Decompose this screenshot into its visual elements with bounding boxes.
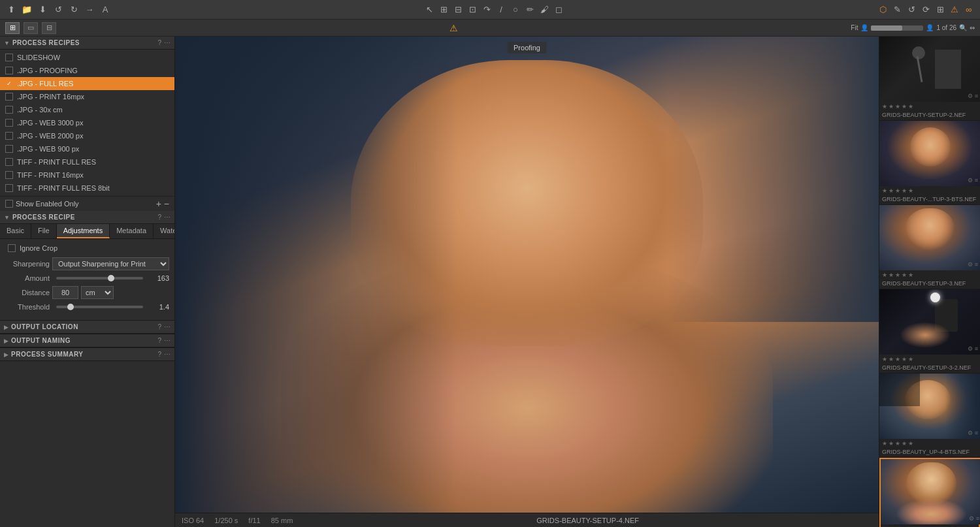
split-view-button[interactable]: ⊟ — [42, 22, 56, 34]
process-summary-header[interactable]: ▶ PROCESS SUMMARY ? ⋯ — [0, 348, 174, 361]
rotate-left-icon[interactable]: ↺ — [52, 4, 64, 16]
ignore-crop-checkbox[interactable] — [8, 244, 16, 252]
more-options4-icon[interactable]: ⋯ — [164, 337, 171, 344]
brush-tool-icon[interactable]: 🖌 — [538, 4, 550, 16]
process-recipe-section-header[interactable]: ▼ PROCESS RECIPE ? ⋯ — [0, 211, 174, 224]
focal-length-value: 85 mm — [271, 517, 293, 524]
help2-icon[interactable]: ? — [157, 214, 161, 221]
folder-open-icon[interactable]: 📁 — [21, 4, 33, 16]
edit-icon[interactable]: ✎ — [891, 4, 903, 16]
help3-icon[interactable]: ? — [157, 323, 161, 330]
grid-view-button[interactable]: ⊞ — [5, 22, 20, 34]
rotate-tool-icon[interactable]: ↺ — [906, 4, 917, 16]
recipe-checkbox-tiff-print-full-res[interactable] — [5, 158, 13, 166]
thumbnail-item[interactable]: ⚙ ≡ ★ ★ ★ ★ ★ GRIDS-BEAUTY-SETUP-3.NEF — [879, 205, 980, 289]
thumb2-info-icon: ≡ — [975, 177, 978, 184]
tab-metadata[interactable]: Metadata — [110, 224, 154, 238]
list-item[interactable]: .JPG - PRINT 16mpx — [0, 90, 174, 103]
tabs-row: Basic File Adjustments Metadata Watermar… — [0, 224, 174, 239]
recipe-checkbox-tiff-print-full-res-8bit[interactable] — [5, 184, 13, 192]
thumb-info-bar: ★ ★ ★ ★ ★ — [881, 524, 979, 527]
more-options5-icon[interactable]: ⋯ — [164, 351, 171, 358]
thumbnail-item-active[interactable]: ⚙ ≡ ★ ★ ★ ★ ★ GRIDS-BEAUTY-SETUP-4.NEF — [879, 458, 980, 527]
refresh-icon[interactable]: ⟳ — [920, 4, 932, 16]
recipe-checkbox-jpg-web-900px[interactable] — [5, 145, 13, 153]
process-recipes-header[interactable]: ▼ PROCESS RECIPES ? ⋯ — [0, 37, 174, 50]
thumb-image-studio2: ⚙ ≡ — [879, 289, 980, 355]
upload-icon[interactable]: ⬆ — [5, 4, 17, 16]
crop-tool-icon[interactable]: ⊞ — [438, 4, 449, 16]
text-icon[interactable]: A — [99, 4, 111, 16]
second-toolbar: ⊞ ▭ ⊟ ⚠ Fit 👤 👤 1 of 26 🔍 ⇔ — [0, 20, 980, 37]
recipe-checkbox-jpg-web-3000px[interactable] — [5, 119, 13, 127]
thumbnail-item[interactable]: ⚙ ≡ ★ ★ ★ ★ ★ GRIDS-BEAUTY-SETUP-3-2.NEF — [879, 289, 980, 374]
export-icon[interactable]: ⬡ — [877, 4, 889, 16]
warning-triangle-icon[interactable]: ⚠ — [949, 4, 960, 16]
recipe-checkbox-jpg-web-2000px[interactable] — [5, 132, 13, 140]
main-area: ▼ PROCESS RECIPES ? ⋯ SLIDESHOW .JPG - P… — [0, 37, 980, 527]
show-enabled-checkbox[interactable] — [5, 200, 13, 208]
add-recipe-button[interactable]: + — [156, 199, 161, 208]
list-item[interactable]: .JPG - PROOFING — [0, 64, 174, 77]
tab-watermark[interactable]: Watermark — [154, 224, 175, 238]
glasses-icon[interactable]: ∞ — [963, 4, 975, 16]
single-view-button[interactable]: ▭ — [24, 22, 38, 34]
rotate-cw-tool-icon[interactable]: ↷ — [481, 4, 493, 16]
thumb-image-studio: ⚙ ≡ — [879, 37, 980, 102]
distance-input[interactable] — [52, 286, 78, 299]
list-item[interactable]: .JPG - 30x cm — [0, 103, 174, 116]
threshold-slider[interactable] — [56, 306, 143, 308]
forward-icon[interactable]: → — [84, 4, 95, 16]
thumbnail-item[interactable]: ⚙ ≡ ★ ★ ★ ★ ★ GRIDS-BEAUTY-...TUP-3-BTS.… — [879, 121, 980, 205]
pen-tool-icon[interactable]: ✏ — [524, 4, 536, 16]
remove-recipe-button[interactable]: − — [164, 199, 169, 208]
circle-tool-icon[interactable]: ○ — [510, 4, 521, 16]
list-item[interactable]: SLIDESHOW — [0, 51, 174, 64]
amount-slider[interactable] — [56, 277, 143, 279]
recipe-checkbox-slideshow[interactable] — [5, 54, 13, 61]
tab-adjustments[interactable]: Adjustments — [57, 224, 110, 238]
list-item[interactable]: .JPG - WEB 3000 px — [0, 116, 174, 129]
list-item[interactable]: TIFF - PRINT FULL RES — [0, 155, 174, 168]
help-icon[interactable]: ? — [157, 39, 161, 46]
main-image-container[interactable] — [175, 37, 879, 513]
transform-tool-icon[interactable]: ⊡ — [466, 4, 478, 16]
grid-icon[interactable]: ⊞ — [934, 4, 946, 16]
rotate-right-icon[interactable]: ↻ — [68, 4, 80, 16]
output-naming-header[interactable]: ▶ OUTPUT NAMING ? ⋯ — [0, 334, 174, 347]
more-options2-icon[interactable]: ⋯ — [164, 214, 171, 221]
eraser-tool-icon[interactable]: ◻ — [553, 4, 564, 16]
zoom-icon[interactable]: 🔍 — [959, 24, 967, 31]
recipe-list: SLIDESHOW .JPG - PROOFING ✓ .JPG - FULL … — [0, 50, 174, 196]
distance-unit-select[interactable]: cm px in — [81, 286, 114, 299]
list-item[interactable]: TIFF - PRINT FULL RES 8bit — [0, 182, 174, 195]
list-item-active[interactable]: ✓ .JPG - FULL RES — [0, 77, 174, 90]
list-item[interactable]: .JPG - WEB 2000 px — [0, 129, 174, 142]
thumb2-settings-icon: ⚙ — [968, 177, 973, 184]
more-options-icon[interactable]: ⋯ — [164, 39, 171, 46]
list-item[interactable]: .JPG - WEB 900 px — [0, 142, 174, 155]
thumb3-settings-icon: ⚙ — [968, 261, 973, 268]
straighten-tool-icon[interactable]: ⊟ — [452, 4, 464, 16]
thumbnail-item[interactable]: ⚙ ≡ ★ ★ ★ ★ ★ GRIDS-BEAUTY-SETUP-2.NEF — [879, 37, 980, 121]
tab-basic[interactable]: Basic — [0, 224, 31, 238]
recipe-name-slideshow: SLIDESHOW — [17, 54, 169, 61]
warning-icon: ⚠ — [449, 23, 458, 33]
thumbnail-item[interactable]: ⚙ ≡ ★ ★ ★ ★ ★ GRIDS-BEAUTY_UP-4-BTS.NEF — [879, 374, 980, 458]
more-options3-icon[interactable]: ⋯ — [164, 323, 171, 330]
help5-icon[interactable]: ? — [157, 351, 161, 358]
recipe-checkbox-jpg-proofing[interactable] — [5, 67, 13, 74]
recipe-checkbox-jpg-print-16mpx[interactable] — [5, 93, 13, 101]
help4-icon[interactable]: ? — [157, 337, 161, 344]
tab-file[interactable]: File — [31, 224, 57, 238]
recipe-checkbox-tiff-print-16mpx[interactable] — [5, 171, 13, 179]
thumb-info-bar: ★ ★ ★ ★ ★ — [879, 270, 980, 279]
import-icon[interactable]: ⬇ — [37, 4, 48, 16]
output-location-header[interactable]: ▶ OUTPUT LOCATION ? ⋯ — [0, 321, 174, 334]
slash-tool-icon[interactable]: / — [495, 4, 507, 16]
list-item[interactable]: TIFF - PRINT 16mpx — [0, 168, 174, 182]
recipe-checkbox-jpg-full-res[interactable]: ✓ — [5, 80, 13, 88]
sharpening-select[interactable]: Output Sharpening for Print Output Sharp… — [52, 257, 169, 270]
recipe-checkbox-jpg-30x-cm[interactable] — [5, 106, 13, 114]
cursor-tool-icon[interactable]: ↖ — [423, 4, 435, 16]
